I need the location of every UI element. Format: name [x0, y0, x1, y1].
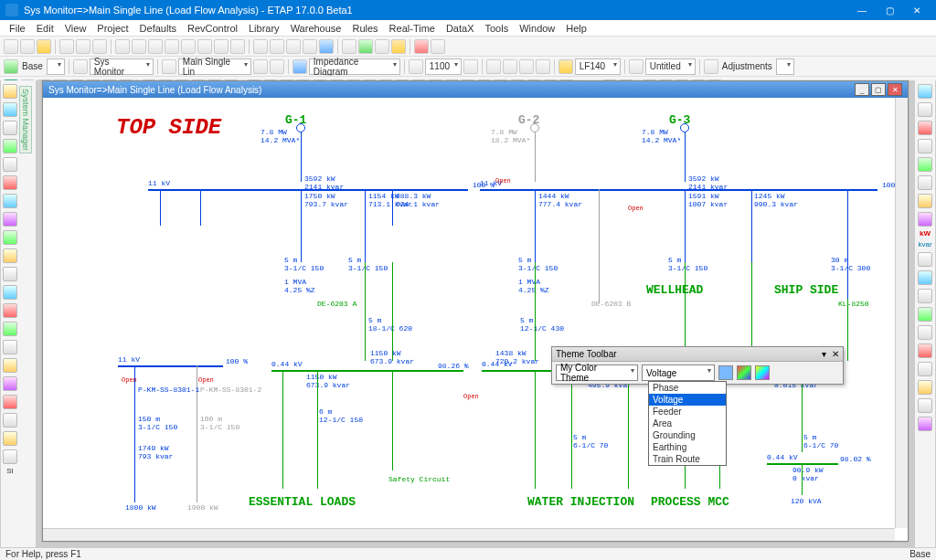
- leftrail-btn-19-icon[interactable]: [3, 413, 17, 428]
- theme-toolbar-panel[interactable]: Theme Toolbar ▾ ✕ My Color Theme Voltage…: [551, 346, 844, 385]
- rightrail-btn-7-icon[interactable]: [918, 194, 932, 208]
- tool-opt3-icon[interactable]: [375, 39, 389, 54]
- tool-zoomwin-icon[interactable]: [165, 39, 179, 54]
- leftrail-btn-6-icon[interactable]: [3, 175, 17, 190]
- leftrail-btn-7-icon[interactable]: [3, 194, 17, 208]
- theme-type-combo[interactable]: Voltage: [642, 365, 715, 381]
- leftrail-btn-1-icon[interactable]: [3, 84, 17, 99]
- untitled-combo[interactable]: Untitled: [645, 58, 696, 75]
- tool-viewprev-icon[interactable]: [253, 59, 268, 74]
- mdi-title-bar[interactable]: Sys Monitor=>Main Single Line (Load Flow…: [43, 81, 908, 98]
- mdi-min-button[interactable]: _: [855, 83, 869, 96]
- tool-monitor-icon[interactable]: [73, 59, 88, 74]
- menu-edit[interactable]: Edit: [31, 23, 59, 34]
- diagram-horizontal-scrollbar[interactable]: [43, 528, 895, 541]
- menu-help[interactable]: Help: [560, 23, 592, 34]
- leftrail-btn-16-icon[interactable]: [3, 358, 17, 373]
- leftrail-btn-11-icon[interactable]: [3, 267, 17, 281]
- leftrail-btn-3-icon[interactable]: [3, 121, 17, 135]
- window-close-button[interactable]: ✕: [903, 0, 931, 20]
- rightrail-btn-4-icon[interactable]: [918, 139, 932, 153]
- tool-cut-icon[interactable]: [59, 39, 74, 54]
- leftrail-btn-15-icon[interactable]: [3, 340, 17, 354]
- menu-project[interactable]: Project: [91, 23, 133, 34]
- theme-toolbar-close-icon[interactable]: ✕: [832, 349, 839, 359]
- tool-text-icon[interactable]: [319, 39, 334, 54]
- tool-help-icon[interactable]: [431, 39, 445, 54]
- view-combo[interactable]: Main Single Lin: [178, 58, 251, 75]
- tool-misc2-icon[interactable]: [503, 59, 517, 74]
- tool-undo-icon[interactable]: [181, 39, 196, 54]
- adjust-combo[interactable]: [776, 58, 794, 75]
- rightrail-btn-14-icon[interactable]: [918, 343, 932, 358]
- rightrail-btn-3-icon[interactable]: [918, 121, 932, 135]
- tool-lines-icon[interactable]: [162, 59, 176, 74]
- diagram-combo[interactable]: Impedance Diagram: [309, 58, 400, 75]
- lf-combo[interactable]: LF140: [575, 58, 621, 75]
- tool-save-icon[interactable]: [20, 39, 35, 54]
- rightrail-btn-18-icon[interactable]: [918, 417, 932, 431]
- tool-folder-icon[interactable]: [37, 39, 51, 54]
- tool-grid3-icon[interactable]: [286, 39, 301, 54]
- tool-new-icon[interactable]: [4, 39, 18, 54]
- base-combo[interactable]: [47, 58, 65, 75]
- leftrail-btn-9-icon[interactable]: [3, 230, 17, 245]
- theme-option-grounding[interactable]: Grounding: [649, 429, 726, 441]
- theme-option-area[interactable]: Area: [649, 417, 726, 429]
- window-maximize-button[interactable]: ▢: [876, 0, 903, 20]
- leftrail-btn-2-icon[interactable]: [3, 102, 17, 117]
- leftrail-btn-20-icon[interactable]: [3, 431, 17, 446]
- theme-option-trainroute[interactable]: Train Route: [649, 453, 726, 465]
- tool-zoomfit-icon[interactable]: [148, 39, 163, 54]
- rightrail-btn-2-icon[interactable]: [918, 102, 932, 117]
- theme-option-phase[interactable]: Phase: [649, 382, 726, 394]
- theme-dropdown-list[interactable]: Phase Voltage Feeder Area Grounding Eart…: [648, 381, 727, 466]
- leftrail-btn-10-icon[interactable]: [3, 248, 17, 263]
- tool-sliders-icon[interactable]: [704, 59, 718, 74]
- theme-name-combo[interactable]: My Color Theme: [556, 365, 638, 381]
- tool-grid2-icon[interactable]: [270, 39, 284, 54]
- rightrail-btn-13-icon[interactable]: [918, 325, 932, 340]
- theme-swatch-1-icon[interactable]: [718, 365, 733, 380]
- tool-grow-icon[interactable]: [463, 59, 478, 74]
- tool-opt1-icon[interactable]: [342, 39, 356, 54]
- leftrail-btn-4-icon[interactable]: [3, 139, 17, 153]
- leftrail-btn-18-icon[interactable]: [3, 395, 17, 409]
- tool-opt4-icon[interactable]: [391, 39, 406, 54]
- leftrail-btn-13-icon[interactable]: [3, 303, 17, 318]
- tool-copy-icon[interactable]: [76, 39, 90, 54]
- rightrail-btn-17-icon[interactable]: [918, 398, 932, 413]
- theme-toolbar-header[interactable]: Theme Toolbar ▾ ✕: [552, 347, 843, 362]
- theme-swatch-3-icon[interactable]: [755, 365, 770, 380]
- rightrail-btn-9-icon[interactable]: [918, 252, 932, 267]
- tool-bag-icon[interactable]: [558, 59, 573, 74]
- tool-pan-icon[interactable]: [230, 39, 245, 54]
- leftrail-btn-5-icon[interactable]: [3, 157, 17, 172]
- tool-power-icon[interactable]: [414, 39, 429, 54]
- rightrail-btn-16-icon[interactable]: [918, 380, 932, 395]
- theme-option-feeder[interactable]: Feeder: [649, 406, 726, 417]
- menu-tools[interactable]: Tools: [480, 23, 515, 34]
- tool-grid4-icon[interactable]: [303, 39, 317, 54]
- sysmonitor-combo[interactable]: Sys Monitor: [90, 58, 154, 75]
- tool-zoomout-icon[interactable]: [132, 39, 146, 54]
- system-manager-tab[interactable]: System Manager: [19, 86, 32, 153]
- single-line-diagram[interactable]: TOP SIDE G-1 G-2 G-3 7.8 MW 14.2 MVA* 7.…: [43, 98, 908, 541]
- rightrail-btn-15-icon[interactable]: [918, 362, 932, 376]
- menu-file[interactable]: File: [4, 23, 31, 34]
- tool-grid1-icon[interactable]: [253, 39, 268, 54]
- tool-doc-icon[interactable]: [629, 59, 644, 74]
- leftrail-btn-21-icon[interactable]: [3, 449, 17, 464]
- menu-rules[interactable]: Rules: [346, 23, 383, 34]
- menu-defaults[interactable]: Defaults: [134, 23, 182, 34]
- tool-paste-icon[interactable]: [92, 39, 107, 54]
- tool-misc3-icon[interactable]: [519, 59, 534, 74]
- menu-view[interactable]: View: [59, 23, 92, 34]
- leftrail-btn-17-icon[interactable]: [3, 376, 17, 391]
- leftrail-btn-8-icon[interactable]: [3, 212, 17, 227]
- tool-shrink-icon[interactable]: [409, 59, 423, 74]
- rightrail-btn-10-icon[interactable]: [918, 270, 932, 285]
- rightrail-btn-11-icon[interactable]: [918, 289, 932, 303]
- mdi-max-button[interactable]: ▢: [871, 83, 886, 96]
- tool-zoomin-icon[interactable]: [115, 39, 130, 54]
